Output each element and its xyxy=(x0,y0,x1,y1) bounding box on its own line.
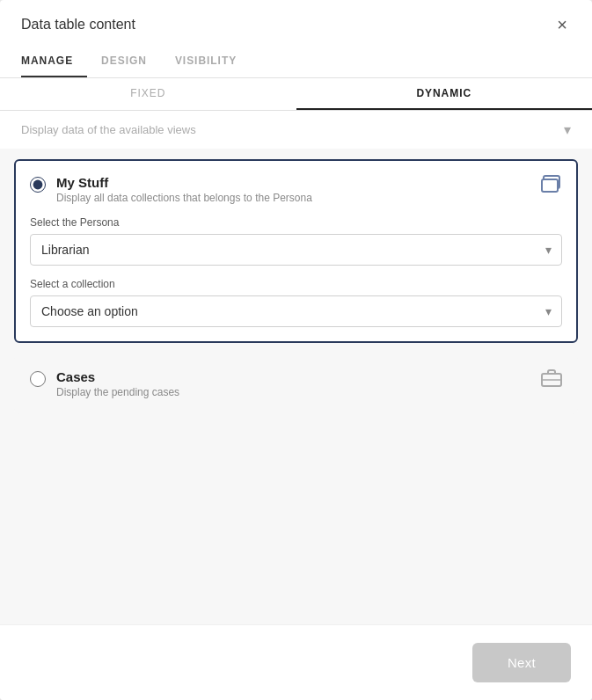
option-my-stuff-desc: Display all data collections that belong… xyxy=(56,192,534,204)
option-card-cases-info: Cases Display the pending cases xyxy=(56,369,534,398)
info-bar-text: Display data of the available views xyxy=(21,123,196,136)
option-card-cases-header: Cases Display the pending cases xyxy=(30,369,562,398)
main-tabs: MANAGE DESIGN VISIBILITY xyxy=(0,46,592,78)
tab-visibility[interactable]: VISIBILITY xyxy=(175,46,251,77)
collection-select-wrapper: Choose an option xyxy=(30,295,562,327)
sub-tab-dynamic[interactable]: DYNAMIC xyxy=(296,78,593,110)
radio-my-stuff[interactable] xyxy=(30,177,46,193)
next-button[interactable]: Next xyxy=(472,643,571,682)
option-cases-title: Cases xyxy=(56,369,534,384)
tab-manage[interactable]: MANAGE xyxy=(21,46,87,77)
option-card-my-stuff-info: My Stuff Display all data collections th… xyxy=(56,175,534,204)
option-card-cases-left: Cases Display the pending cases xyxy=(30,369,534,398)
option-card-cases[interactable]: Cases Display the pending cases xyxy=(14,354,578,414)
tab-design[interactable]: DESIGN xyxy=(101,46,161,77)
options-list: My Stuff Display all data collections th… xyxy=(0,149,592,624)
info-bar-chevron-icon: ▾ xyxy=(564,121,571,138)
option-card-my-stuff-header: My Stuff Display all data collections th… xyxy=(30,175,562,204)
option-cases-desc: Display the pending cases xyxy=(56,386,534,398)
info-bar: Display data of the available views ▾ xyxy=(0,111,592,149)
persona-label: Select the Persona xyxy=(30,216,562,229)
sub-tabs: FIXED DYNAMIC xyxy=(0,78,592,111)
stack-icon xyxy=(541,175,562,194)
modal: Data table content × MANAGE DESIGN VISIB… xyxy=(0,0,592,700)
modal-footer: Next xyxy=(0,624,592,700)
collection-field-group: Select a collection Choose an option xyxy=(30,278,562,327)
close-button[interactable]: × xyxy=(553,14,571,35)
option-my-stuff-title: My Stuff xyxy=(56,175,534,190)
briefcase-icon xyxy=(541,369,562,387)
collection-label: Select a collection xyxy=(30,278,562,290)
radio-cases[interactable] xyxy=(30,371,46,387)
collection-select[interactable]: Choose an option xyxy=(30,295,562,327)
persona-field-group: Select the Persona Librarian Admin User xyxy=(30,216,562,266)
sub-tab-fixed[interactable]: FIXED xyxy=(0,78,296,110)
content-area: Display data of the available views ▾ My… xyxy=(0,111,592,624)
modal-title: Data table content xyxy=(21,17,135,33)
svg-rect-1 xyxy=(542,179,558,192)
option-card-my-stuff[interactable]: My Stuff Display all data collections th… xyxy=(14,159,578,343)
option-card-my-stuff-left: My Stuff Display all data collections th… xyxy=(30,175,534,204)
persona-select-wrapper: Librarian Admin User xyxy=(30,234,562,266)
modal-header: Data table content × xyxy=(0,0,592,46)
persona-select[interactable]: Librarian Admin User xyxy=(30,234,562,266)
